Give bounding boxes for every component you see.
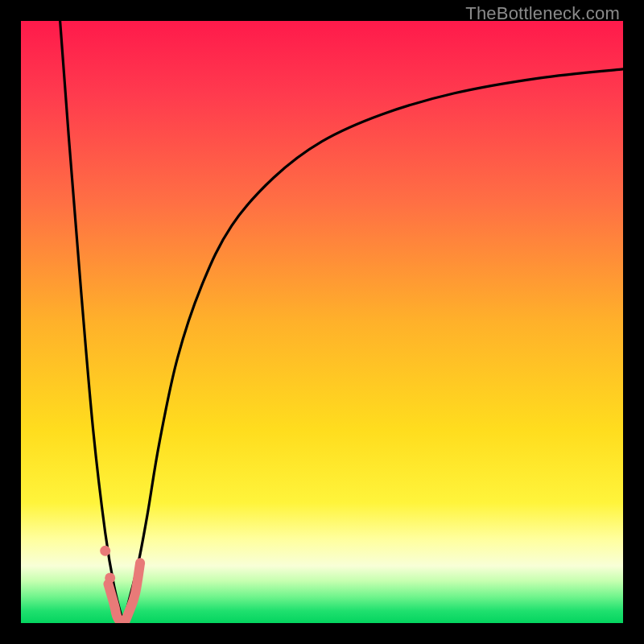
curve-left-branch (60, 21, 124, 623)
accent-dots (100, 546, 115, 584)
chart-plot-area (21, 21, 623, 623)
attribution-text: TheBottleneck.com (465, 3, 620, 24)
accent-dot (100, 546, 110, 556)
chart-frame: TheBottleneck.com (0, 0, 644, 644)
curve-valley-accent (108, 563, 140, 623)
chart-svg (21, 21, 623, 623)
curve-right-branch (123, 69, 623, 623)
accent-dot (105, 572, 115, 583)
